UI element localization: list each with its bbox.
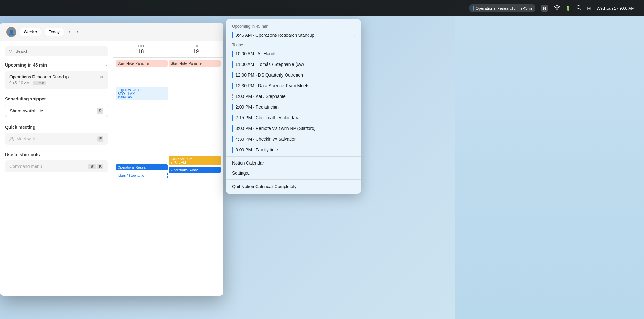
wifi-icon <box>554 5 560 11</box>
svg-point-0 <box>577 6 580 9</box>
control-icon[interactable]: ⊞ <box>587 5 591 11</box>
upcoming-arrow[interactable]: → <box>103 62 108 68</box>
week-selector[interactable]: Week ▾ <box>20 28 41 36</box>
events-grid: Stay: Hotel Panamer Flight: ACCU7 / SFO→… <box>113 58 223 183</box>
today-event-text-4: 1:00 PM · Kai / Stephanie <box>236 94 355 99</box>
chevron-right-icon: › <box>353 33 355 38</box>
upcoming-event-text: 9:45 AM · Operations Research Standup <box>236 33 351 38</box>
desktop-right <box>455 16 644 319</box>
today-event-text-1: 11:00 AM · Tomás / Stephanie (6w) <box>236 62 355 67</box>
dropdown-divider-2 <box>226 179 361 180</box>
quit-item[interactable]: Quit Notion Calendar Completely <box>226 181 361 192</box>
command-menu-box[interactable]: Command menu ⌘ K <box>5 160 108 172</box>
menubar: ··· Operations Research... in 45 m N 🔋 ⊞… <box>0 0 644 16</box>
svg-line-3 <box>12 52 13 53</box>
calendar-body: Upcoming in 45 min → Operations Research… <box>0 41 223 296</box>
calendar-sidebar: Upcoming in 45 min → Operations Research… <box>0 41 113 296</box>
meet-with-box[interactable]: Meet with... F <box>5 133 108 145</box>
shortcuts-section: Useful shortcuts Command menu ⌘ K <box>5 152 108 172</box>
event-bar-3 <box>232 83 233 89</box>
next-nav-button[interactable]: › <box>75 28 80 36</box>
search-box[interactable] <box>5 46 108 56</box>
quick-meeting-header: Quick meeting <box>5 125 108 130</box>
today-event-text-8: 4:30 PM · Checkin w/ Salvador <box>236 137 355 142</box>
event-bar-6 <box>232 115 233 121</box>
menubar-datetime: Wed Jan 17 9:00 AM <box>597 6 635 11</box>
today-event-text-6: 2:15 PM · Client call - Victor Jara <box>236 115 355 120</box>
share-availability-button[interactable]: Share availability S <box>5 105 108 117</box>
search-input[interactable] <box>15 49 104 54</box>
menubar-dots[interactable]: ··· <box>455 5 461 11</box>
today-event-text-7: 3:00 PM · Remote visit with NP (Stafford… <box>236 126 355 131</box>
email-icon: ✉ <box>100 74 103 79</box>
today-event-row-9[interactable]: 6:00 PM · Family time <box>226 144 361 155</box>
thu-events: Stay: Hotel Panamer Flight: ACCU7 / SFO→… <box>116 60 168 181</box>
share-shortcut-key: S <box>97 108 103 114</box>
search-icon <box>9 49 13 54</box>
quick-meeting-section: Quick meeting Meet with... F <box>5 125 108 145</box>
search-menubar-icon[interactable] <box>576 5 581 11</box>
thu-header: Thu 18 <box>113 44 168 55</box>
stay-event-fri[interactable]: Stay: Hotel Panamer <box>169 60 221 67</box>
ops-event-thu[interactable]: Operations Resea <box>116 164 168 170</box>
ops-event-fri[interactable]: Operations Resea <box>169 167 221 173</box>
today-button[interactable]: Today <box>45 28 64 36</box>
dropdown-upcoming-label: Upcoming in 45 min <box>226 21 361 30</box>
notion-icon[interactable]: N <box>541 5 548 12</box>
event-bar-7 <box>232 125 233 132</box>
quick-meeting-title: Quick meeting <box>5 125 35 130</box>
today-event-row-4[interactable]: 1:00 PM · Kai / Stephanie <box>226 91 361 102</box>
notion-calendar-item[interactable]: Notion Calendar <box>226 158 361 168</box>
dropdown-today-label: Today <box>226 41 361 48</box>
flight-event[interactable]: Flight: ACCU7 / SFO→LAX 4:30–8 AM <box>116 87 168 100</box>
event-bar-5 <box>232 104 233 110</box>
day-headers: Thu 18 Fri 19 <box>113 41 223 58</box>
duration-badge: 15min <box>33 81 46 85</box>
meet-with-left: Meet with... <box>9 136 39 141</box>
prev-nav-button[interactable]: ‹ <box>68 28 72 36</box>
fri-header: Fri 19 <box>168 44 223 55</box>
today-event-text-9: 6:00 PM · Family time <box>236 147 355 152</box>
scheduling-title: Scheduling snippet <box>5 96 46 101</box>
upcoming-event-card[interactable]: Operations Research Standup ✉ 9:45–10 AM… <box>5 71 108 89</box>
calendar-window: 👤 Week ▾ Today ‹ › Upcoming in 45 min → <box>0 23 223 296</box>
upcoming-event-title: Operations Research Standup <box>9 74 69 79</box>
settings-item[interactable]: Settings... <box>226 168 361 178</box>
notion-calendar-pill[interactable]: Operations Research... in 45 m <box>469 4 535 12</box>
upcoming-header: Upcoming in 45 min → <box>5 62 108 68</box>
today-event-row-5[interactable]: 2:00 PM · Pediatrician <box>226 102 361 112</box>
today-event-row-8[interactable]: 4:30 PM · Checkin w/ Salvador <box>226 134 361 144</box>
event-bar-2 <box>232 72 233 78</box>
fri-name: Fri <box>168 44 223 48</box>
calendar-header: 👤 Week ▾ Today ‹ › <box>0 23 223 41</box>
svg-point-2 <box>9 50 12 52</box>
today-event-row-7[interactable]: 3:00 PM · Remote visit with NP (Stafford… <box>226 123 361 134</box>
thu-name: Thu <box>113 44 168 48</box>
svg-point-4 <box>11 137 13 139</box>
today-event-row-6[interactable]: 2:15 PM · Client call - Victor Jara <box>226 112 361 123</box>
today-event-row-3[interactable]: 12:30 PM · Data Science Team Meets <box>226 80 361 91</box>
pill-text: Operations Research... in 45 m <box>475 6 532 11</box>
upcoming-event-time: 9:45–10 AM 15min <box>9 81 103 85</box>
event-bar-1 <box>232 61 233 68</box>
today-event-row-2[interactable]: 12:00 PM · DS Quarterly Outreach <box>226 70 361 80</box>
avatar: 👤 <box>6 27 16 37</box>
today-event-text-2: 12:00 PM · DS Quarterly Outreach <box>236 73 355 78</box>
dropdown-divider-1 <box>226 156 361 157</box>
today-event-row-1[interactable]: 11:00 AM · Tomás / Stephanie (6w) <box>226 59 361 70</box>
upcoming-event-row[interactable]: 9:45 AM · Operations Research Standup › <box>226 30 361 41</box>
svg-line-1 <box>580 8 581 10</box>
stay-event-thu[interactable]: Stay: Hotel Panamer <box>116 60 168 67</box>
event-bar-0 <box>232 51 233 57</box>
today-event-text-3: 12:30 PM · Data Science Team Meets <box>236 83 355 88</box>
event-bar-8 <box>232 136 233 142</box>
notion-dropdown: Upcoming in 45 min 9:45 AM · Operations … <box>226 19 361 194</box>
liam-event[interactable]: Liam / Stephanie <box>116 172 168 179</box>
today-event-row-0[interactable]: 10:00 AM · All Hands <box>226 48 361 59</box>
k-key: K <box>97 164 103 169</box>
scheduling-section: Scheduling snippet Share availability S <box>5 96 108 117</box>
meet-shortcut-key: F <box>97 136 103 142</box>
salvador-event[interactable]: Salvador / Ste... 9–9:45 AM <box>169 156 221 165</box>
scheduling-header: Scheduling snippet <box>5 96 108 101</box>
today-event-text-5: 2:00 PM · Pediatrician <box>236 105 355 110</box>
